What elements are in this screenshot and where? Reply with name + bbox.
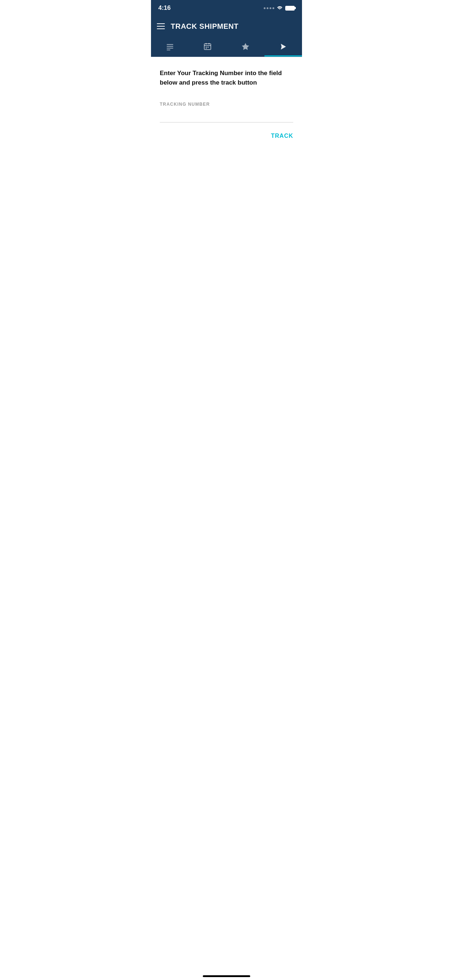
- svg-rect-1: [167, 46, 173, 47]
- list-icon: [166, 42, 174, 51]
- svg-rect-8: [206, 47, 207, 48]
- app-header: TRACK SHIPMENT: [151, 16, 302, 37]
- svg-rect-3: [167, 49, 170, 50]
- battery-icon: [285, 6, 295, 11]
- tab-schedule[interactable]: [189, 37, 227, 57]
- wifi-icon: [276, 5, 283, 11]
- svg-rect-2: [167, 48, 173, 48]
- svg-rect-4: [204, 44, 211, 49]
- page-title: TRACK SHIPMENT: [171, 22, 239, 30]
- status-icons: [264, 5, 295, 11]
- tab-list[interactable]: [151, 37, 189, 57]
- tab-bar: [151, 37, 302, 57]
- track-button-wrapper: TRACK: [160, 130, 293, 142]
- svg-rect-10: [206, 48, 207, 49]
- tracking-number-input[interactable]: [160, 110, 293, 123]
- status-time: 4:16: [158, 5, 171, 12]
- star-icon: [241, 42, 250, 51]
- track-button[interactable]: TRACK: [271, 130, 293, 142]
- main-content: Enter Your Tracking Number into the fiel…: [151, 57, 302, 312]
- tracking-label: TRACKING NUMBER: [160, 102, 293, 107]
- instruction-text: Enter Your Tracking Number into the fiel…: [160, 68, 293, 87]
- tab-favorites[interactable]: [226, 37, 265, 57]
- svg-rect-0: [167, 44, 173, 45]
- menu-button[interactable]: [157, 23, 165, 29]
- tracking-field-wrapper: TRACKING NUMBER: [160, 102, 293, 123]
- svg-rect-9: [207, 47, 209, 48]
- schedule-icon: [203, 42, 212, 51]
- status-bar: 4:16: [151, 0, 302, 16]
- svg-marker-12: [281, 44, 286, 49]
- tab-track[interactable]: [265, 37, 302, 57]
- svg-marker-11: [242, 43, 249, 50]
- track-icon: [279, 42, 287, 51]
- signal-icon: [264, 7, 274, 9]
